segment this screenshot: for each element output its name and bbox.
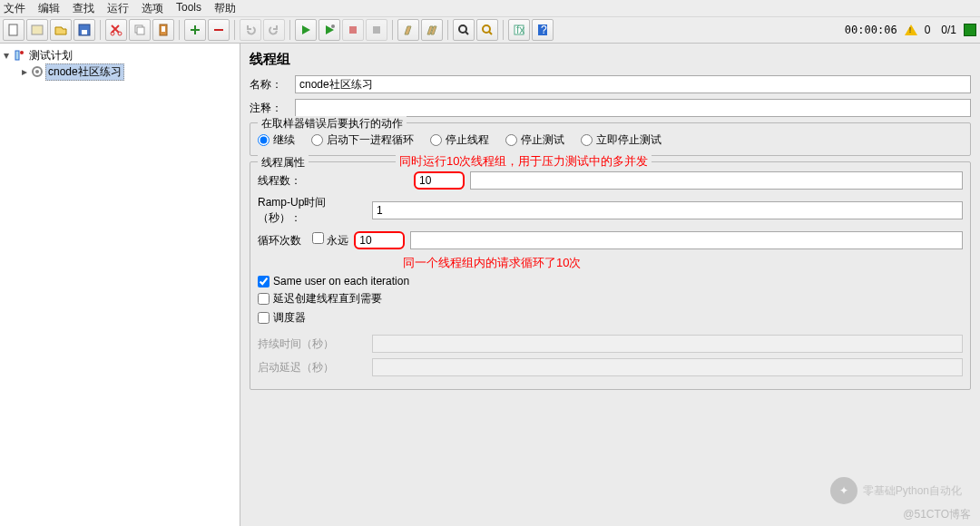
svg-rect-1 — [32, 25, 43, 34]
loop-input[interactable] — [354, 231, 405, 249]
new-icon[interactable] — [3, 19, 24, 41]
blog-watermark: @51CTO博客 — [903, 507, 971, 522]
annotation-1: 同时运行10次线程组，用于压力测试中的多并发 — [396, 153, 652, 170]
redo-icon[interactable] — [263, 19, 285, 41]
startup-delay-label: 启动延迟（秒） — [258, 360, 367, 375]
svg-rect-19 — [15, 51, 19, 60]
svg-text:?: ? — [541, 24, 547, 36]
svg-point-22 — [35, 70, 39, 73]
menu-file[interactable]: 文件 — [4, 1, 25, 15]
startup-delay-input — [372, 358, 963, 376]
menu-edit[interactable]: 编辑 — [38, 1, 60, 15]
start-icon[interactable] — [295, 19, 317, 41]
config-panel: 线程组 名称： 注释： 在取样器错误后要执行的动作 继续 启动下一进程循环 停止… — [240, 44, 980, 526]
radio-stopthread[interactable]: 停止线程 — [430, 132, 489, 148]
tree-root-label: 测试计划 — [27, 48, 74, 63]
toolbar: fx ? 00:00:06 0 0/1 — [0, 16, 980, 44]
add-icon[interactable] — [184, 19, 206, 41]
threads-input-ext[interactable] — [470, 171, 963, 190]
watermark: ✦ 零基础Python自动化 — [830, 477, 962, 504]
test-plan-tree[interactable]: ▾ 测试计划 ▸ cnode社区练习 — [0, 44, 240, 526]
elapsed-time: 00:00:06 — [845, 24, 897, 36]
svg-rect-11 — [349, 26, 357, 34]
remove-icon[interactable] — [208, 19, 230, 41]
cut-icon[interactable] — [105, 19, 127, 41]
same-user-check[interactable]: Same user on each iteration — [258, 275, 963, 287]
svg-point-20 — [20, 51, 24, 54]
save-icon[interactable] — [74, 19, 95, 41]
menu-run[interactable]: 运行 — [107, 1, 129, 15]
threads-input[interactable] — [414, 171, 465, 190]
panel-title: 线程组 — [250, 51, 971, 68]
menu-help[interactable]: 帮助 — [214, 1, 236, 15]
divider — [289, 20, 290, 40]
comment-label: 注释： — [250, 101, 295, 116]
tree-child-label: cnode社区练习 — [45, 63, 124, 81]
radio-stoptest[interactable]: 停止测试 — [505, 132, 564, 148]
menu-options[interactable]: 选项 — [142, 1, 163, 15]
menu-search[interactable]: 查找 — [73, 1, 94, 15]
run-indicator-icon — [964, 24, 976, 36]
comment-input[interactable] — [295, 99, 971, 117]
svg-point-5 — [118, 32, 122, 35]
main-area: ▾ 测试计划 ▸ cnode社区练习 线程组 名称： 注释： 在取样器错误后要执… — [0, 44, 980, 526]
svg-rect-3 — [82, 30, 87, 34]
shutdown-icon[interactable] — [366, 19, 387, 41]
divider — [392, 20, 393, 40]
rampup-label: Ramp-Up时间（秒）： — [258, 195, 367, 226]
divider — [234, 20, 235, 40]
thread-props-legend: 线程属性 — [258, 155, 309, 170]
clear-all-icon[interactable] — [421, 19, 443, 41]
thread-count: 0/1 — [941, 24, 956, 36]
svg-point-10 — [331, 24, 335, 28]
svg-text:fx: fx — [516, 24, 524, 36]
divider — [447, 20, 448, 40]
divider — [503, 20, 504, 40]
templates-icon[interactable] — [26, 19, 48, 41]
copy-icon[interactable] — [129, 19, 151, 41]
warning-icon[interactable] — [905, 24, 917, 35]
tree-threadgroup[interactable]: ▸ cnode社区练习 — [2, 63, 238, 80]
scheduler-check[interactable]: 调度器 — [258, 310, 963, 326]
delay-create-check[interactable]: 延迟创建线程直到需要 — [258, 291, 963, 307]
function-helper-icon[interactable]: fx — [508, 19, 530, 41]
radio-startnext[interactable]: 启动下一进程循环 — [311, 132, 414, 148]
menubar: 文件 编辑 查找 运行 选项 Tools 帮助 — [0, 0, 980, 16]
open-icon[interactable] — [50, 19, 72, 41]
clear-icon[interactable] — [397, 19, 419, 41]
svg-rect-7 — [137, 27, 144, 34]
menu-tools[interactable]: Tools — [176, 1, 201, 15]
undo-icon[interactable] — [240, 19, 261, 41]
radio-stopnow[interactable]: 立即停止测试 — [581, 132, 662, 148]
svg-rect-9 — [162, 26, 165, 32]
threadgroup-icon — [31, 65, 44, 78]
duration-input — [372, 335, 963, 353]
stop-icon[interactable] — [342, 19, 364, 41]
svg-rect-12 — [373, 26, 380, 34]
svg-rect-0 — [9, 24, 17, 35]
svg-point-13 — [459, 25, 466, 33]
search-tree-icon[interactable] — [453, 19, 475, 41]
divider — [179, 20, 180, 40]
error-action-group: 在取样器错误后要执行的动作 继续 启动下一进程循环 停止线程 停止测试 立即停止… — [250, 122, 971, 156]
expand-icon[interactable]: ▾ — [2, 49, 11, 62]
collapse-icon[interactable]: ▸ — [20, 65, 29, 78]
svg-point-14 — [483, 25, 490, 33]
reset-search-icon[interactable] — [476, 19, 498, 41]
annotation-2: 同一个线程组内的请求循环了10次 — [403, 255, 963, 271]
error-action-legend: 在取样器错误后要执行的动作 — [258, 116, 407, 132]
paste-icon[interactable] — [152, 19, 174, 41]
start-notimers-icon[interactable] — [318, 19, 340, 41]
loop-forever-check[interactable]: 永远 — [312, 232, 348, 248]
name-input[interactable] — [295, 75, 971, 93]
rampup-input[interactable] — [372, 201, 963, 219]
tree-root[interactable]: ▾ 测试计划 — [2, 47, 238, 63]
radio-continue[interactable]: 继续 — [258, 132, 295, 148]
loop-label: 循环次数 — [258, 233, 307, 248]
help-icon[interactable]: ? — [532, 19, 554, 41]
testplan-icon — [13, 49, 25, 62]
name-label: 名称： — [250, 77, 295, 93]
threads-label: 线程数： — [258, 173, 367, 189]
loop-input-ext[interactable] — [410, 231, 963, 249]
duration-label: 持续时间（秒） — [258, 336, 367, 352]
